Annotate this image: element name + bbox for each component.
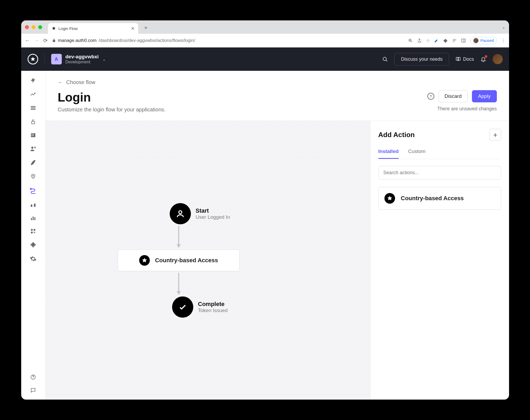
docs-link[interactable]: Docs	[455, 56, 474, 62]
apply-button[interactable]: Apply	[472, 90, 497, 102]
chevron-down-icon: ⌄	[102, 57, 106, 62]
breadcrumb-label: Choose flow	[66, 79, 95, 85]
svg-rect-7	[32, 135, 33, 136]
flow-action-node[interactable]: Country-based Access	[118, 250, 240, 271]
window-max-icon[interactable]	[38, 25, 42, 29]
svg-rect-1	[462, 39, 465, 42]
svg-point-10	[34, 147, 36, 148]
flow-start-node: Start User Logged In	[170, 203, 230, 224]
complete-title: Complete	[198, 301, 228, 308]
tenant-env: Development	[65, 60, 99, 64]
check-icon	[172, 296, 193, 318]
search-actions-input[interactable]	[378, 166, 501, 180]
nav-feedback-icon[interactable]	[29, 387, 37, 393]
window-close-icon[interactable]	[25, 25, 29, 29]
svg-rect-12	[31, 218, 32, 220]
svg-rect-20	[33, 246, 34, 247]
tab-installed[interactable]: Installed	[378, 148, 399, 159]
book-icon	[455, 56, 461, 62]
svg-rect-14	[34, 217, 36, 220]
svg-rect-17	[31, 232, 33, 233]
reading-list-icon[interactable]	[452, 38, 457, 43]
window-controls	[25, 25, 42, 29]
unsaved-changes-label: There are unsaved changes	[437, 106, 497, 112]
auth0-favicon-icon	[52, 26, 56, 30]
window-min-icon[interactable]	[32, 25, 36, 29]
pen-icon[interactable]	[434, 38, 439, 43]
nav-security-icon[interactable]	[29, 173, 37, 180]
action-card[interactable]: Country-based Access	[378, 187, 501, 210]
flow-complete-node: Complete Token Issued	[172, 296, 228, 318]
start-subtitle: User Logged In	[196, 214, 230, 220]
panel-tabs: Installed Custom	[378, 148, 501, 159]
sidepanel-icon[interactable]	[461, 38, 466, 43]
add-action-panel: Add Action ＋ Installed Custom Country-ba…	[370, 121, 509, 400]
svg-rect-3	[32, 121, 35, 124]
page-header: ← Choose flow Login Customize the login …	[46, 71, 509, 121]
urlbar-actions: ☆ Paused ⋮	[408, 37, 505, 44]
breadcrumb-back[interactable]: ← Choose flow	[58, 79, 497, 85]
tenant-switcher[interactable]: A dev-aggvwbxi Development ⌄	[51, 54, 106, 64]
nav-settings-icon[interactable]	[29, 255, 37, 262]
start-title: Start	[196, 207, 230, 214]
nav-auth-pipeline-icon[interactable]	[29, 201, 37, 208]
plus-icon: ＋	[492, 130, 499, 139]
divider	[45, 54, 45, 64]
nav-extensions-icon[interactable]	[29, 242, 37, 248]
svg-rect-8	[33, 135, 34, 136]
new-tab-button[interactable]: ＋	[143, 24, 149, 32]
url-host: manage.auth0.com	[58, 38, 97, 43]
page-title: Login	[58, 90, 166, 104]
nav-reload-icon[interactable]: ⟳	[43, 37, 48, 44]
tenant-name: dev-aggvwbxi	[65, 54, 99, 60]
zoom-icon[interactable]	[408, 38, 413, 43]
nav-help-icon[interactable]	[29, 374, 37, 380]
action-shield-icon	[139, 255, 150, 266]
flow-canvas[interactable]: Start User Logged In Country-based Acces…	[46, 121, 370, 400]
profile-status: Paused	[480, 38, 494, 43]
svg-rect-5	[32, 134, 33, 135]
tab-custom[interactable]: Custom	[408, 148, 426, 159]
svg-rect-6	[33, 134, 34, 135]
nav-getting-started-icon[interactable]	[29, 77, 37, 84]
side-nav	[21, 71, 46, 400]
extensions-icon[interactable]	[443, 38, 448, 43]
nav-actions-icon[interactable]	[29, 187, 37, 194]
svg-point-24	[179, 211, 182, 213]
arrow-left-icon: ←	[58, 79, 63, 85]
nav-monitoring-icon[interactable]	[29, 215, 37, 221]
nav-marketplace-icon[interactable]	[29, 228, 37, 234]
browser-tab[interactable]: Login Flow ✕	[48, 23, 138, 34]
notifications-icon[interactable]	[480, 56, 486, 62]
nav-back-icon[interactable]: ←	[25, 37, 30, 43]
address-bar[interactable]: manage.auth0.com/dashboard/us/dev-aggvwb…	[52, 38, 404, 43]
nav-applications-icon[interactable]	[29, 105, 37, 111]
tab-title: Login Flow	[59, 26, 78, 31]
tabs-overflow-icon[interactable]: ⌄	[502, 25, 505, 30]
help-icon[interactable]: ?	[427, 93, 434, 100]
nav-activity-icon[interactable]	[29, 91, 37, 97]
nav-organizations-icon[interactable]	[29, 132, 37, 138]
add-action-button[interactable]: ＋	[489, 129, 501, 141]
bookmark-icon[interactable]: ☆	[426, 38, 430, 43]
panel-title: Add Action	[378, 131, 415, 139]
discard-button[interactable]: Discard	[439, 90, 468, 102]
nav-branding-icon[interactable]	[29, 159, 37, 166]
user-avatar[interactable]	[493, 54, 503, 64]
auth0-logo-icon[interactable]	[28, 54, 38, 64]
discuss-needs-button[interactable]: Discuss your needs	[394, 53, 449, 65]
share-icon[interactable]	[417, 38, 422, 43]
kebab-menu-icon[interactable]: ⋮	[501, 38, 505, 43]
svg-rect-13	[33, 217, 34, 220]
svg-point-11	[30, 188, 31, 189]
tab-close-icon[interactable]: ✕	[131, 26, 134, 31]
nav-authentication-icon[interactable]	[29, 119, 37, 125]
notification-badge-icon	[485, 55, 487, 58]
nav-forward-icon: →	[34, 37, 39, 43]
svg-rect-16	[34, 229, 35, 231]
search-icon[interactable]	[382, 56, 388, 62]
svg-point-2	[383, 57, 387, 61]
nav-user-management-icon[interactable]	[29, 146, 37, 152]
svg-rect-21	[30, 244, 32, 245]
profile-chip[interactable]: Paused	[470, 37, 497, 44]
